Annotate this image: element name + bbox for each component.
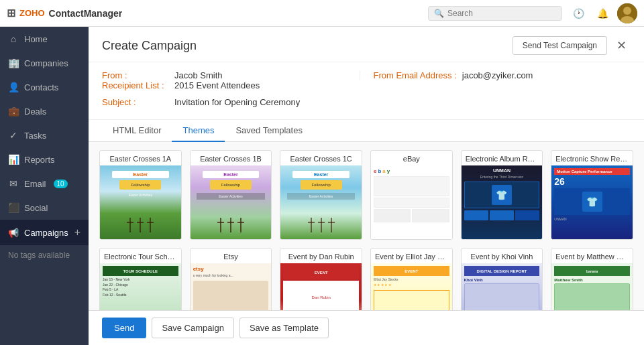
tabs-bar: HTML Editor Themes Saved Templates — [89, 120, 644, 142]
sidebar: ⌂ Home 🏢 Companies 👤 Contacts 💼 Deals ✓ … — [0, 27, 89, 345]
template-name-etsy: Etsy — [191, 249, 272, 263]
template-card-event-khoi[interactable]: Event by Khoi Vinh DIGITAL DESIGN REPORT… — [461, 248, 543, 310]
topbar: ⊞ ZOHO ContactManager 🔍 🕐 🔔 — [0, 0, 644, 27]
deals-icon: 💼 — [8, 106, 19, 117]
search-icon: 🔍 — [434, 9, 444, 18]
sidebar-label-tasks: Tasks — [24, 131, 46, 141]
svg-rect-9 — [220, 218, 221, 232]
sidebar-item-contacts[interactable]: 👤 Contacts — [0, 75, 89, 99]
template-card-event-matthew[interactable]: Event by Matthew Smith banana Matthew Sm… — [551, 248, 633, 310]
template-thumb-event-elliot: EVENT Elliot Jay Stocks ★ ★ ★ ★ ★ — [371, 263, 452, 310]
template-card-easter-1c[interactable]: Easter Crosses 1C Easter Fellowship East… — [280, 150, 362, 240]
form-area: From : Jacob Smith From Email Address : … — [89, 62, 644, 120]
from-email-col: From Email Address : jacob@zyiker.com — [360, 70, 631, 80]
content-area: Create Campaign Send Test Campaign ✕ Fro… — [89, 27, 644, 345]
template-thumb-easter-1a: Easter Fellowship Easter Activities — [100, 165, 181, 239]
save-campaign-button[interactable]: Save Campaign — [152, 318, 234, 338]
template-card-etsy[interactable]: Etsy etsy u very much for looking a... — [190, 248, 272, 310]
alerts-icon[interactable]: 🔔 — [593, 4, 612, 23]
sidebar-item-deals[interactable]: 💼 Deals — [0, 99, 89, 123]
svg-rect-17 — [321, 218, 322, 232]
sidebar-item-reports[interactable]: 📊 Reports — [0, 147, 89, 171]
template-card-event-elliot[interactable]: Event by Elliot Jay Stocks EVENT Elliot … — [370, 248, 453, 310]
template-thumb-event-khoi: DIGITAL DESIGN REPORT Khoi Vinh — [462, 263, 543, 310]
template-card-easter-1a[interactable]: Easter Crosses 1A Easter Fellowship East… — [99, 150, 182, 240]
template-card-electronic-show[interactable]: Electronic Show Reminde... Motion Captur… — [551, 150, 633, 240]
svg-rect-20 — [328, 222, 335, 223]
main-layout: ⌂ Home 🏢 Companies 👤 Contacts 💼 Deals ✓ … — [0, 27, 644, 345]
tab-saved-templates[interactable]: Saved Templates — [225, 120, 313, 142]
subject-value: Invitation for Opening Ceremony — [174, 97, 300, 107]
form-row-from: From : Jacob Smith From Email Address : … — [102, 70, 631, 80]
svg-point-1 — [623, 7, 631, 15]
sidebar-item-campaigns[interactable]: 📢 Campaigns + — [0, 220, 89, 245]
template-name-event-khoi: Event by Khoi Vinh — [462, 249, 543, 263]
search-box[interactable]: 🔍 — [428, 6, 562, 21]
close-button[interactable]: ✕ — [612, 37, 631, 54]
sidebar-item-email[interactable]: ✉ Email 10 — [0, 171, 89, 196]
zoho-brand: ZOHO — [19, 8, 45, 18]
send-test-button[interactable]: Send Test Campaign — [513, 36, 607, 55]
search-input[interactable] — [447, 9, 548, 18]
email-icon: ✉ — [8, 178, 19, 189]
from-email-value: jacob@zyiker.com — [462, 70, 533, 80]
template-thumb-event-danrubin: EVENT Dan Rubin — [280, 263, 362, 310]
sidebar-item-companies[interactable]: 🏢 Companies — [0, 51, 89, 75]
reports-icon: 📊 — [8, 154, 19, 165]
template-card-easter-1b[interactable]: Easter Crosses 1B Easter Fellowship East… — [190, 150, 272, 240]
template-name-event-danrubin: Event by Dan Rubin — [280, 249, 362, 263]
template-thumb-electronic-album: UNMAN Entering the Third Dimension 👕 — [462, 165, 543, 239]
tab-themes[interactable]: Themes — [172, 120, 225, 142]
from-label: From : — [102, 70, 169, 80]
recipient-value: 2015 Event Attendees — [174, 80, 260, 90]
sidebar-item-tasks[interactable]: ✓ Tasks — [0, 123, 89, 147]
template-card-ebay[interactable]: eBay ebay — [370, 150, 453, 240]
form-row-recipient: Receipient List : 2015 Event Attendees — [102, 80, 631, 90]
template-card-electronic-album[interactable]: Electronic Album Release ... UNMAN Enter… — [461, 150, 543, 240]
sidebar-label-campaigns: Campaigns — [24, 228, 68, 238]
sidebar-item-home[interactable]: ⌂ Home — [0, 27, 89, 51]
tab-html-editor[interactable]: HTML Editor — [102, 120, 172, 142]
svg-rect-11 — [230, 218, 231, 232]
notifications-icon[interactable]: 🕐 — [569, 4, 588, 23]
grid-icon: ⊞ — [7, 7, 15, 19]
sidebar-label-reports: Reports — [24, 155, 55, 165]
recipient-label: Receipient List : — [102, 80, 169, 90]
add-campaign-icon[interactable]: + — [74, 226, 80, 238]
template-thumb-ebay: ebay — [371, 165, 452, 239]
template-thumb-easter-1b: Easter Fellowship Easter Activities — [191, 165, 272, 239]
app-logo: ⊞ ZOHO ContactManager — [7, 7, 122, 19]
no-tags-label: No tags available — [0, 245, 89, 265]
template-card-event-danrubin[interactable]: Event by Dan Rubin EVENT Dan Rubin — [280, 248, 362, 310]
sidebar-label-contacts: Contacts — [24, 82, 58, 92]
template-thumb-easter-1c: Easter Fellowship Easter Activities — [280, 165, 362, 239]
sidebar-label-social: Social — [24, 203, 48, 213]
templates-container: Easter Crosses 1A Easter Fellowship East… — [89, 142, 644, 310]
sidebar-label-email: Email — [24, 179, 46, 189]
template-card-electronic-tour[interactable]: Electronic Tour Schedule ... TOUR SCHEDU… — [99, 248, 182, 310]
svg-rect-15 — [311, 218, 312, 232]
content-header: Create Campaign Send Test Campaign ✕ — [89, 27, 644, 62]
topbar-icons: 🕐 🔔 — [569, 3, 637, 23]
svg-rect-10 — [217, 222, 224, 223]
avatar[interactable] — [617, 3, 637, 23]
svg-rect-8 — [147, 222, 154, 223]
from-email-label: From Email Address : — [374, 70, 457, 80]
svg-rect-12 — [227, 222, 234, 223]
template-name-ebay: eBay — [371, 151, 452, 165]
svg-rect-7 — [150, 218, 151, 232]
from-col: From : Jacob Smith — [102, 70, 360, 80]
svg-rect-14 — [237, 222, 244, 223]
sidebar-item-social[interactable]: ⬛ Social — [0, 196, 89, 220]
template-name-electronic-tour: Electronic Tour Schedule ... — [100, 249, 181, 263]
header-actions: Send Test Campaign ✕ — [513, 36, 631, 55]
email-badge: 10 — [54, 180, 68, 188]
send-button[interactable]: Send — [102, 318, 146, 338]
tasks-icon: ✓ — [8, 130, 19, 141]
template-thumb-electronic-tour: TOUR SCHEDULE Jan 15 - New York Jan 22 -… — [100, 263, 181, 310]
campaigns-icon: 📢 — [8, 228, 19, 238]
template-name-event-matthew: Event by Matthew Smith — [551, 249, 633, 263]
svg-rect-16 — [308, 222, 315, 223]
contacts-icon: 👤 — [8, 82, 19, 92]
save-template-button[interactable]: Save as Template — [239, 318, 329, 338]
